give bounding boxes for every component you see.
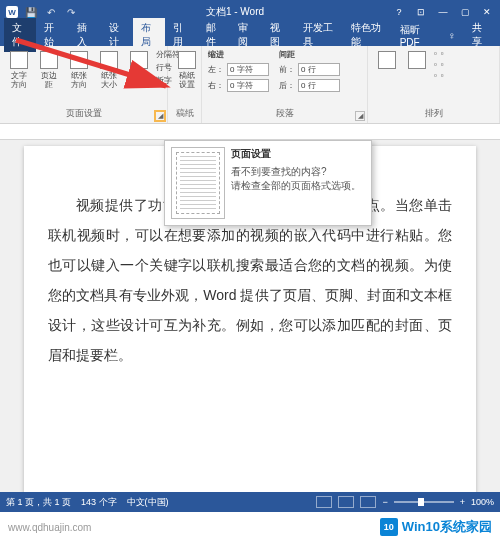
paragraph-dialog-launcher[interactable]: ◢ <box>355 111 365 121</box>
zoom-slider[interactable] <box>394 501 454 503</box>
tooltip-line1: 看不到要查找的内容? <box>231 165 361 179</box>
ribbon: 文字方向 页边距 纸张方向 纸张大小 栏 分隔符 行号 断字 页面设置 ◢ 稿纸… <box>0 46 500 124</box>
tell-me[interactable]: ♀ <box>440 27 464 44</box>
orientation-button[interactable]: 纸张方向 <box>66 49 92 91</box>
horizontal-ruler[interactable] <box>0 124 500 140</box>
view-read-mode[interactable] <box>316 496 332 508</box>
spacing-after-input[interactable]: 0 行 <box>298 79 340 92</box>
indent-right-label: 右： <box>208 80 224 91</box>
ribbon-display-icon[interactable]: ⊡ <box>414 5 428 19</box>
maximize-icon[interactable]: ▢ <box>458 5 472 19</box>
writing-paper-button[interactable]: 稿纸 设置 <box>174 49 200 91</box>
page-setup-dialog-launcher[interactable]: ◢ <box>155 111 165 121</box>
tooltip-thumbnail <box>171 147 225 219</box>
spacing-title: 间距 <box>279 49 340 60</box>
minimize-icon[interactable]: — <box>436 5 450 19</box>
ribbon-tabs: 文件 开始 插入 设计 布局 引用 邮件 审阅 视图 开发工具 特色功能 福昕P… <box>0 24 500 46</box>
spacing-before-input[interactable]: 0 行 <box>298 63 340 76</box>
redo-icon[interactable]: ↷ <box>64 5 78 19</box>
group-arrange: ▫ ▫ ▫ ▫ ▫ ▫ 排列 <box>368 46 500 123</box>
text-direction-button[interactable]: 文字方向 <box>6 49 32 91</box>
indent-title: 缩进 <box>208 49 269 60</box>
view-print-layout[interactable] <box>338 496 354 508</box>
bring-forward-button[interactable]: ▫ <box>434 49 437 58</box>
group-page-setup: 文字方向 页边距 纸张方向 纸张大小 栏 分隔符 行号 断字 页面设置 ◢ <box>0 46 168 123</box>
help-icon[interactable]: ? <box>392 5 406 19</box>
rotate-button[interactable]: ▫ <box>441 71 444 80</box>
spacing-before-label: 前： <box>279 64 295 75</box>
brand-logo-icon: 10 <box>380 518 398 536</box>
indent-right-input[interactable]: 0 字符 <box>227 79 269 92</box>
size-button[interactable]: 纸张大小 <box>96 49 122 91</box>
brand-text: Win10系统家园 <box>402 518 492 536</box>
group-label-paragraph: 段落 <box>208 105 361 120</box>
status-language[interactable]: 中文(中国) <box>127 496 169 509</box>
group-paper: 稿纸 设置 稿纸 <box>168 46 202 123</box>
spacing-after-label: 后： <box>279 80 295 91</box>
group-label-paper: 稿纸 <box>174 105 195 120</box>
tooltip-title: 页面设置 <box>231 147 361 161</box>
window-title: 文档1 - Word <box>78 5 392 19</box>
app-icon: W <box>6 6 18 18</box>
status-word-count[interactable]: 143 个字 <box>81 496 117 509</box>
group-label-page-setup: 页面设置 <box>6 105 161 120</box>
watermark-url: www.qdhuajin.com <box>8 522 91 533</box>
zoom-out-button[interactable]: − <box>382 497 387 507</box>
group-paragraph: 缩进 左：0 字符 右：0 字符 间距 前：0 行 后：0 行 段落 ◢ <box>202 46 368 123</box>
undo-icon[interactable]: ↶ <box>44 5 58 19</box>
status-bar: 第 1 页，共 1 页 143 个字 中文(中国) − + 100% <box>0 492 500 512</box>
zoom-level[interactable]: 100% <box>471 497 494 507</box>
wrap-text-button[interactable] <box>404 49 430 71</box>
save-icon[interactable]: 💾 <box>24 5 38 19</box>
margins-button[interactable]: 页边距 <box>36 49 62 91</box>
group-label-arrange: 排列 <box>374 105 493 120</box>
position-button[interactable] <box>374 49 400 71</box>
indent-left-label: 左： <box>208 64 224 75</box>
selection-pane-button[interactable]: ▫ <box>434 71 437 80</box>
columns-button[interactable]: 栏 <box>126 49 152 82</box>
send-backward-button[interactable]: ▫ <box>434 60 437 69</box>
status-page[interactable]: 第 1 页，共 1 页 <box>6 496 71 509</box>
tooltip-line2: 请检查全部的页面格式选项。 <box>231 179 361 193</box>
close-icon[interactable]: ✕ <box>480 5 494 19</box>
align-button[interactable]: ▫ <box>441 49 444 58</box>
watermark-bar: www.qdhuajin.com 10 Win10系统家园 <box>0 512 500 542</box>
group-button[interactable]: ▫ <box>441 60 444 69</box>
zoom-in-button[interactable]: + <box>460 497 465 507</box>
document-area[interactable]: 视频提供了功能强大的方法帮助您证明您的观点。当您单击联机视频时，可以在想要添加的… <box>0 140 500 506</box>
indent-left-input[interactable]: 0 字符 <box>227 63 269 76</box>
page-setup-tooltip: 页面设置 看不到要查找的内容? 请检查全部的页面格式选项。 <box>164 140 372 226</box>
view-web-layout[interactable] <box>360 496 376 508</box>
